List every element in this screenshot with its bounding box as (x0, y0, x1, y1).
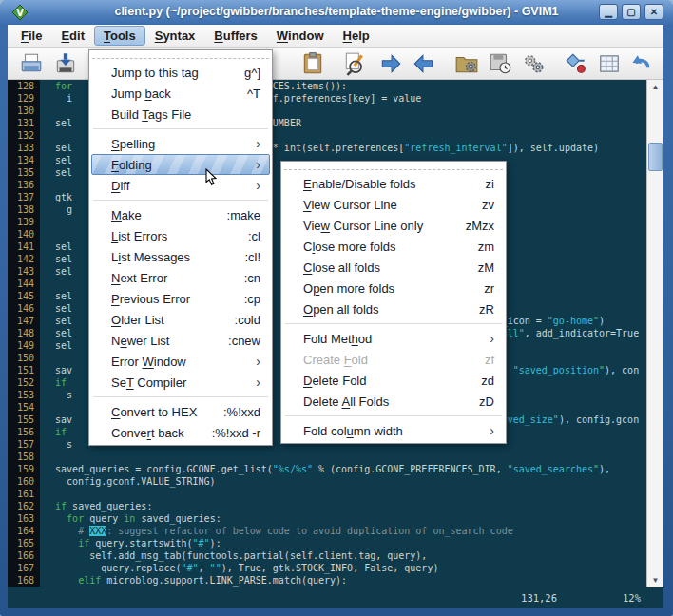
line-number: 164 (8, 525, 40, 537)
minimize-button[interactable]: ▁ (599, 4, 618, 20)
menubar-item-file[interactable]: File (11, 26, 51, 46)
code-text: s (40, 390, 72, 400)
menu-item-shortcut: :make (227, 208, 260, 222)
menu-separator (93, 396, 268, 397)
scroll-down-arrow-icon[interactable]: ▼ (647, 573, 663, 587)
menu-item-label: Error Window (111, 355, 235, 369)
window-title: client.py (~/project/gwibber/branches/te… (0, 5, 673, 18)
tools-menu-item-set-compiler[interactable]: SeT Compiler› (91, 372, 270, 393)
tools-menu-item-list-messages[interactable]: List Messages:cl! (91, 246, 270, 267)
menu-separator (285, 415, 502, 416)
menu-separator (93, 128, 268, 129)
tools-menu-item-make[interactable]: Make:make (91, 204, 270, 225)
find-next-icon[interactable] (378, 51, 403, 76)
tools-menu-item-error-window[interactable]: Error Window› (91, 351, 270, 372)
tools-menu-item-build-tags-file[interactable]: Build Tags File (91, 104, 270, 125)
session-load-icon[interactable] (454, 51, 479, 76)
menu-item-shortcut: zm (478, 240, 494, 254)
save-file-icon[interactable] (53, 51, 78, 76)
tools-menu-item-spelling[interactable]: Spelling› (91, 133, 270, 154)
tools-menu-item-next-error[interactable]: Next Error:cn (91, 267, 270, 288)
open-file-icon[interactable] (19, 51, 44, 76)
code-text: sel (40, 241, 72, 252)
find-prev-icon[interactable] (412, 51, 436, 76)
line-number: 149 (8, 339, 40, 352)
folding-menu-item-fold-column-width[interactable]: Fold column width› (283, 420, 504, 441)
code-line: 159 saved_queries = config.GCONF.get_lis… (8, 463, 646, 475)
code-text: sel (40, 266, 72, 277)
menubar: FileEditToolsSyntaxBuffersWindowHelp (8, 25, 663, 48)
folding-menu-item-enable-disable-folds[interactable]: Enable/Disable foldszi (283, 173, 504, 194)
mouse-cursor-icon (205, 168, 219, 191)
tools-menu-item-jump-to-this-tag[interactable]: Jump to this tagg^] (91, 62, 270, 83)
session-save-icon[interactable] (488, 51, 512, 76)
code-text (40, 353, 44, 363)
code-text: sel (40, 254, 72, 264)
tools-menu-item-folding[interactable]: Folding› (91, 154, 270, 175)
folding-menu-item-open-more-folds[interactable]: Open more foldszr (283, 278, 504, 298)
menubar-item-tools[interactable]: Tools (94, 26, 145, 46)
tools-menu-item-jump-back[interactable]: Jump back^T (91, 83, 270, 104)
tools-menu-item-diff[interactable]: Diff› (91, 175, 270, 196)
menu-item-label: Fold Method (303, 332, 469, 346)
submenu-arrow-icon: › (256, 376, 260, 388)
menubar-item-edit[interactable]: Edit (51, 26, 94, 46)
cursor-position: 131,26 (521, 592, 557, 604)
code-text: for query in saved_queries: (40, 513, 221, 524)
folding-menu-item-close-all-folds[interactable]: Close all foldszM (283, 257, 504, 278)
menubar-item-window[interactable]: Window (267, 26, 334, 46)
code-line: 160 config.gconf.VALUE_STRING) (8, 475, 646, 488)
tools-menu-item-older-list[interactable]: Older List:cold (91, 309, 270, 330)
close-button[interactable]: ✕ (644, 4, 663, 20)
code-line: 162 if saved_queries: (8, 500, 646, 512)
menubar-item-buffers[interactable]: Buffers (204, 26, 267, 46)
folding-menu-item-open-all-folds[interactable]: Open all foldszR (283, 298, 504, 319)
line-number: 134 (8, 154, 40, 166)
run-script-icon[interactable] (521, 51, 546, 76)
folding-menu-item-create-fold[interactable]: Create Foldzf (283, 349, 504, 370)
tools-menu-item-convert-to-hex[interactable]: Convert to HEX:%!xxd (91, 401, 270, 422)
line-number: 168 (8, 574, 40, 587)
code-text: s (40, 439, 72, 450)
line-number: 130 (8, 105, 40, 117)
line-number: 161 (8, 488, 40, 500)
menu-item-label: Delete Fold (303, 374, 460, 388)
line-number: 160 (8, 475, 40, 488)
find-replace-icon[interactable] (342, 51, 367, 76)
build-tags-icon[interactable] (597, 51, 622, 76)
vertical-scrollbar[interactable]: ▲ ▼ (646, 80, 663, 587)
menubar-item-syntax[interactable]: Syntax (145, 26, 205, 46)
line-number: 154 (8, 401, 40, 414)
code-text: # XXX: suggest refactor of below code to… (40, 526, 513, 536)
menu-item-label: Enable/Disable folds (303, 177, 465, 191)
code-text: g (40, 204, 72, 215)
folding-menu-item-view-cursor-line-only[interactable]: View Cursor Line onlyzMzx (283, 215, 504, 236)
tools-menu-item-list-errors[interactable]: List Errors:cl (91, 225, 270, 246)
scrollbar-thumb[interactable] (648, 143, 663, 171)
folding-menu-item-delete-fold[interactable]: Delete Foldzd (283, 370, 504, 391)
menu-item-label: Older List (111, 313, 214, 327)
line-number: 150 (8, 352, 40, 364)
scroll-up-arrow-icon[interactable]: ▲ (647, 80, 663, 94)
menubar-item-help[interactable]: Help (334, 26, 379, 46)
make-icon[interactable] (564, 51, 588, 76)
tools-menu-item-newer-list[interactable]: Newer List:cnew (91, 330, 270, 351)
tools-menu-item-convert-back[interactable]: Convert back:%!xxd -r (91, 422, 270, 443)
tearoff-handle[interactable] (92, 52, 269, 59)
line-number: 145 (8, 290, 40, 302)
line-number: 162 (8, 500, 40, 512)
folding-menu-item-view-cursor-line[interactable]: View Cursor Linezv (283, 194, 504, 215)
maximize-button[interactable]: ▢ (622, 4, 641, 20)
folding-menu-item-delete-all-folds[interactable]: Delete All FoldszD (283, 391, 504, 412)
tag-jump-icon[interactable] (627, 51, 652, 76)
tools-menu-item-previous-error[interactable]: Previous Error:cp (91, 288, 270, 309)
paste-icon[interactable] (300, 51, 325, 76)
menu-item-shortcut: zR (479, 302, 494, 317)
statusbar: 131,26 12% (8, 587, 663, 608)
tearoff-handle[interactable] (284, 164, 503, 170)
menu-item-label: List Errors (111, 229, 227, 243)
code-text: saved_queries = config.GCONF.get_list("%… (40, 464, 610, 474)
folding-menu-item-fold-method[interactable]: Fold Method› (283, 328, 504, 349)
line-number: 152 (8, 376, 40, 389)
folding-menu-item-close-more-folds[interactable]: Close more foldszm (283, 236, 504, 257)
